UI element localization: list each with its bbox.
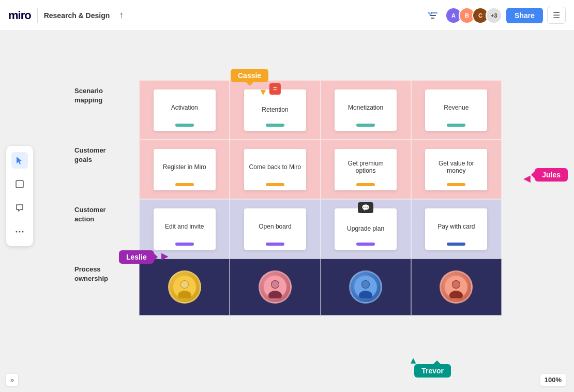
note-bar-orange-4 [447, 183, 465, 186]
note-edit[interactable]: Edit and invite [154, 208, 216, 250]
topbar: miro Research & Design ↑ A B C +3 Share … [0, 0, 574, 31]
main-grid: Scenariomapping Activation = Retention [67, 80, 502, 315]
scenario-cell-1: Activation [139, 80, 230, 140]
customer-goals-label: Customergoals [67, 140, 139, 199]
leslie-tooltip: Leslie [119, 250, 154, 264]
canvas: Cassie ▼ Jules ◀ Leslie ▶ Trevor ▲ Scena… [0, 31, 574, 392]
separator [37, 8, 38, 23]
customer-goals-row: Customergoals Register in Miro Come back… [67, 140, 502, 199]
action-cell-3: 💬 Upgrade plan [321, 199, 411, 259]
customer-cell-2: Come back to Miro [230, 140, 320, 199]
note-upgrade[interactable]: 💬 Upgrade plan [335, 208, 397, 250]
process-label: Processownership [67, 259, 139, 315]
note-openboard-text: Open board [259, 215, 291, 238]
svg-point-15 [271, 281, 279, 288]
note-bar-orange-2 [266, 183, 284, 186]
note-monetization-text: Monetization [348, 96, 383, 119]
cassie-cursor: ▼ [259, 87, 268, 98]
note-activation-text: Activation [171, 96, 198, 119]
scenario-cell-2: = Retention [230, 80, 320, 140]
cursor-tool[interactable] [11, 152, 28, 169]
svg-point-23 [452, 281, 460, 288]
note-bar-teal-4 [447, 124, 465, 127]
filter-icon[interactable] [425, 7, 441, 24]
customer-cell-1: Register in Miro [139, 140, 230, 199]
jules-tooltip: Jules [535, 168, 568, 182]
process-avatar-1 [168, 270, 201, 304]
process-cell-2 [230, 259, 320, 315]
upgrade-icon: 💬 [358, 202, 373, 213]
note-edit-text: Edit and invite [165, 215, 204, 238]
avatars-group: A B C +3 [445, 7, 502, 24]
customer-action-row: Customeraction Edit and invite Open boar… [67, 199, 502, 259]
trevor-tooltip: Trevor [414, 364, 451, 378]
note-bar-purple-2 [266, 243, 284, 246]
note-pay-text: Pay with card [437, 215, 475, 238]
note-revenue[interactable]: Revenue [425, 89, 487, 131]
note-bar-purple-1 [175, 243, 194, 246]
note-premium[interactable]: Get premium options [335, 149, 397, 190]
retention-icon: = [269, 83, 281, 95]
more-tools[interactable] [11, 223, 28, 240]
svg-point-7 [22, 231, 24, 233]
left-toolbar [6, 146, 33, 246]
svg-point-19 [362, 281, 369, 288]
svg-rect-4 [16, 180, 23, 188]
note-comeback[interactable]: Come back to Miro [244, 149, 306, 190]
customer-action-label: Customeraction [67, 199, 139, 259]
svg-point-3 [429, 12, 432, 14]
board-info-button[interactable]: ☰ [547, 7, 566, 24]
scenario-label: Scenariomapping [67, 80, 139, 140]
zoom-level: 100% [540, 374, 566, 386]
process-avatar-2 [259, 270, 292, 304]
note-premium-text: Get premium options [339, 155, 392, 179]
board: Scenariomapping Activation = Retention [67, 80, 502, 315]
process-cell-4 [411, 259, 502, 315]
note-value-text: Get value for money [429, 155, 483, 179]
avatar-extra: +3 [486, 7, 502, 24]
upload-button[interactable]: ↑ [115, 8, 128, 23]
process-cell-1 [139, 259, 230, 315]
note-register[interactable]: Register in Miro [154, 149, 216, 190]
scenario-cell-3: Monetization [321, 80, 411, 140]
note-upgrade-text: Upgrade plan [347, 219, 384, 238]
note-monetization[interactable]: Monetization [335, 89, 397, 131]
process-row: Processownership [67, 259, 502, 315]
cassie-tooltip: Cassie [231, 69, 268, 82]
customer-cell-4: Get value for money [411, 140, 502, 199]
note-retention-text: Retention [262, 100, 288, 119]
note-openboard[interactable]: Open board [244, 208, 306, 250]
scenario-row: Scenariomapping Activation = Retention [67, 80, 502, 140]
leslie-cursor: ▶ [161, 250, 169, 262]
note-bar-teal-3 [356, 124, 375, 127]
note-activation[interactable]: Activation [154, 89, 216, 131]
action-cell-1: Edit and invite [139, 199, 230, 259]
topbar-right: A B C +3 Share ☰ [425, 7, 566, 24]
scenario-cell-4: Revenue [411, 80, 502, 140]
note-bar-orange-1 [175, 183, 194, 186]
note-bar-orange-3 [356, 183, 375, 186]
note-revenue-text: Revenue [444, 96, 469, 119]
svg-point-5 [16, 231, 18, 233]
customer-cell-3: Get premium options [321, 140, 411, 199]
action-cell-4: Pay with card [411, 199, 502, 259]
note-retention[interactable]: = Retention [244, 89, 306, 131]
sticky-note-tool[interactable] [11, 176, 28, 192]
action-cell-2: Open board [230, 199, 320, 259]
note-value[interactable]: Get value for money [425, 149, 487, 190]
process-cell-3 [321, 259, 411, 315]
note-bar-blue [447, 243, 465, 246]
comment-tool[interactable] [11, 200, 28, 216]
note-pay[interactable]: Pay with card [425, 208, 487, 250]
svg-point-11 [181, 281, 188, 288]
process-avatar-3 [349, 270, 382, 304]
note-bar-purple-3 [356, 243, 375, 246]
share-button[interactable]: Share [506, 8, 543, 23]
process-avatar-4 [440, 270, 473, 304]
expand-sidebar[interactable]: » [6, 374, 18, 386]
note-bar-teal-2 [266, 124, 284, 127]
note-comeback-text: Come back to Miro [249, 155, 301, 179]
svg-point-6 [19, 231, 21, 233]
board-title: Research & Design [44, 11, 110, 20]
logo: miro [8, 9, 31, 22]
